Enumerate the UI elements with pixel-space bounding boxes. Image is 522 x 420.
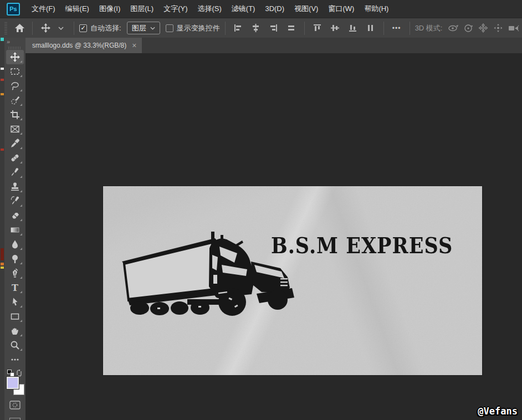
show-transform-checkbox[interactable] (166, 24, 173, 32)
menu-window[interactable]: 窗口(W) (323, 0, 359, 18)
eraser-icon (10, 211, 20, 221)
crop-icon (10, 110, 20, 120)
menu-help[interactable]: 帮助(H) (359, 0, 393, 18)
frame-icon (10, 124, 20, 134)
menu-image[interactable]: 图像(I) (94, 0, 125, 18)
hand-tool[interactable] (6, 324, 24, 338)
brush-icon (10, 167, 20, 177)
home-button[interactable] (12, 21, 27, 36)
home-icon (14, 23, 25, 33)
background-window-fragment (1, 79, 4, 81)
menu-edit[interactable]: 编辑(E) (60, 0, 94, 18)
3d-slide-icon[interactable] (493, 23, 503, 33)
quick-selection-icon (10, 95, 20, 105)
screen-mode-button[interactable] (9, 418, 21, 420)
brush-tool[interactable] (6, 165, 24, 180)
distribute-vertical-button[interactable] (363, 21, 378, 36)
spot-healing-brush-tool[interactable] (6, 151, 24, 165)
auto-select-label: 自动选择: (90, 23, 121, 33)
align-left-edges-button[interactable] (231, 21, 246, 36)
tools-panel-grip[interactable] (8, 47, 22, 49)
rectangular-marquee-tool[interactable] (6, 64, 24, 79)
menu-view[interactable]: 视图(V) (289, 0, 323, 18)
divider (410, 22, 410, 35)
distribute-vertical-icon (366, 23, 375, 33)
canvas-pasteboard: B.S.M EXPRESS @Vefans (25, 53, 522, 420)
auto-select-checkbox[interactable]: ✓ (79, 24, 87, 32)
document-tab[interactable]: smalllogo.dds @ 33.3%(RGB/8) × (25, 38, 142, 53)
menu-file[interactable]: 文件(F) (27, 0, 60, 18)
menu-filter[interactable]: 滤镜(T) (227, 0, 260, 18)
background-window-fragment (1, 38, 4, 41)
eyedropper-icon (10, 139, 20, 148)
3d-roll-icon[interactable] (463, 23, 473, 33)
photoshop-logo-icon[interactable]: Ps (7, 3, 20, 16)
align-bottom-edges-button[interactable] (345, 21, 361, 36)
document-tab-title: smalllogo.dds @ 33.3%(RGB/8) (32, 42, 126, 49)
crop-tool[interactable] (6, 107, 24, 122)
edit-toolbar-button[interactable] (6, 352, 24, 367)
lasso-tool[interactable] (6, 79, 24, 93)
align-top-edges-button[interactable] (310, 21, 325, 36)
eraser-tool[interactable] (6, 208, 24, 223)
rectangle-tool[interactable] (6, 309, 24, 324)
document-canvas[interactable]: B.S.M EXPRESS (103, 186, 482, 375)
frame-tool[interactable] (6, 122, 24, 136)
background-window-fragment (1, 248, 4, 260)
align-vertical-centers-button[interactable] (327, 21, 343, 36)
watermark: @Vefans (478, 406, 518, 417)
align-right-edges-button[interactable] (266, 21, 282, 36)
align-bottom-icon (348, 23, 357, 33)
swap-colors-icon[interactable] (16, 370, 23, 377)
gradient-tool[interactable] (6, 223, 24, 237)
menu-type[interactable]: 文字(Y) (158, 0, 192, 18)
ellipsis-icon: ••• (392, 24, 401, 32)
align-right-icon (269, 23, 278, 33)
menu-select[interactable]: 选择(S) (192, 0, 226, 18)
quick-mask-button[interactable] (6, 398, 24, 412)
menu-3d[interactable]: 3D(D) (260, 0, 289, 18)
align-top-icon (313, 23, 322, 33)
path-selection-tool[interactable] (6, 295, 24, 309)
move-tool-preset[interactable] (38, 21, 53, 36)
options-bar-grip[interactable] (4, 22, 7, 34)
tools-panel-header: » (4, 38, 25, 50)
ellipsis-icon (10, 355, 20, 365)
logo-text: B.S.M EXPRESS (271, 233, 453, 258)
align-horizontal-centers-button[interactable] (248, 21, 264, 36)
foreground-color-swatch[interactable] (7, 377, 19, 389)
move-icon (41, 23, 50, 33)
chevron-down-icon (150, 27, 155, 30)
collapse-panel-icon[interactable]: » (7, 39, 9, 44)
3d-mode-label: 3D 模式: (415, 23, 443, 33)
dodge-icon (10, 254, 20, 264)
rectangle-icon (10, 311, 20, 321)
clone-stamp-tool[interactable] (6, 180, 24, 194)
more-options-button[interactable]: ••• (389, 21, 405, 36)
close-icon[interactable]: × (132, 42, 136, 49)
blur-tool[interactable] (6, 237, 24, 252)
zoom-tool[interactable] (6, 338, 24, 352)
pen-tool[interactable] (6, 266, 24, 280)
3d-camera-icon[interactable] (508, 24, 519, 33)
water-drop-icon (10, 239, 20, 249)
type-tool[interactable]: T (6, 280, 24, 295)
auto-select-target-dropdown[interactable]: 图层 (127, 22, 160, 34)
quick-selection-tool[interactable] (6, 93, 24, 107)
align-vcenter-icon (330, 23, 340, 33)
history-brush-tool[interactable] (6, 194, 24, 208)
tool-preset-chevron[interactable] (53, 21, 69, 36)
distribute-horizontal-icon (286, 23, 296, 33)
cursor-arrow-icon (10, 297, 20, 307)
color-swatches (6, 377, 24, 392)
eyedropper-tool[interactable] (6, 136, 24, 151)
move-tool[interactable] (6, 50, 24, 64)
menu-layer[interactable]: 图层(L) (125, 0, 158, 18)
background-window-fragment (1, 267, 4, 269)
svg-text:T: T (12, 283, 18, 293)
3d-pan-icon[interactable] (478, 23, 488, 33)
dodge-tool[interactable] (6, 252, 24, 266)
distribute-horizontal-button[interactable] (284, 21, 299, 36)
3d-orbit-icon[interactable] (448, 23, 458, 33)
marquee-icon (10, 66, 20, 76)
